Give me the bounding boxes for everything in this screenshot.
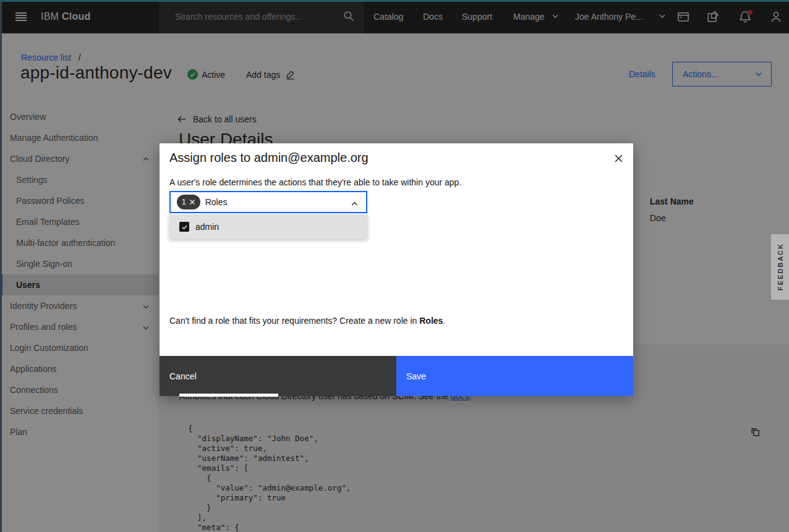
modal-description: A user's role determines the actions tha… — [169, 177, 615, 187]
window-top-edge — [0, 0, 789, 2]
roles-hint: Can't find a role that fits your require… — [169, 316, 445, 326]
role-option-admin[interactable]: admin — [195, 222, 219, 232]
selected-count-tag: 1 — [177, 195, 200, 209]
selected-count: 1 — [182, 198, 186, 206]
white-edge-artifact — [179, 394, 278, 397]
chevron-up-icon — [351, 200, 359, 211]
close-icon — [614, 154, 623, 163]
save-button[interactable]: Save — [396, 356, 633, 396]
checkbox-checked-icon — [179, 222, 189, 232]
close-button[interactable] — [606, 146, 631, 171]
tag-dismiss-icon[interactable] — [189, 199, 195, 205]
modal-title: Assign roles to admin@example.org — [169, 151, 369, 165]
multiselect-label: Roles — [205, 197, 228, 207]
roles-multiselect[interactable]: 1 Roles — [169, 191, 367, 213]
assign-roles-modal: Assign roles to admin@example.org A user… — [160, 143, 633, 396]
feedback-tab[interactable]: FEEDBACK — [771, 234, 789, 300]
roles-listbox: admin — [169, 214, 367, 239]
page-root: IBM Cloud Catalog Docs Support Manage Jo… — [0, 0, 789, 532]
cancel-button[interactable]: Cancel — [160, 356, 396, 396]
roles-bold: Roles — [419, 316, 443, 326]
